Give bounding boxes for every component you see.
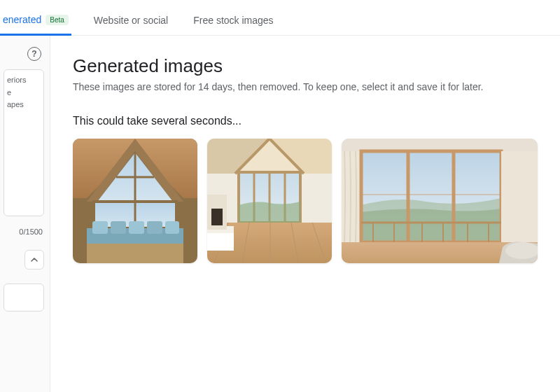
chevron-up-icon: [30, 255, 38, 264]
tab-stock-images[interactable]: Free stock images: [190, 9, 276, 34]
svg-rect-45: [501, 151, 538, 242]
page-title: Generated images: [73, 55, 538, 77]
prompt-textarea[interactable]: eriors e apes: [4, 69, 44, 216]
svg-point-47: [505, 242, 538, 259]
collapse-button[interactable]: [24, 250, 44, 270]
svg-rect-12: [165, 221, 179, 234]
tab-website-social[interactable]: Website or social: [91, 9, 171, 34]
sidebar: ? eriors e apes 0/1500: [0, 36, 50, 392]
svg-rect-11: [147, 221, 162, 234]
tab-generated-label: enerated: [3, 14, 41, 25]
generated-image-grid: [73, 139, 538, 263]
svg-rect-29: [211, 209, 223, 225]
page-subtitle: These images are stored for 14 days, the…: [73, 81, 538, 92]
generated-image-1[interactable]: [73, 139, 197, 263]
svg-rect-8: [92, 221, 108, 234]
svg-rect-10: [129, 221, 144, 234]
svg-rect-7: [87, 244, 183, 263]
main-content: Generated images These images are stored…: [50, 36, 560, 392]
tabs-bar: enerated Beta Website or social Free sto…: [0, 0, 560, 36]
svg-rect-9: [111, 221, 126, 234]
tab-generated[interactable]: enerated Beta: [0, 8, 71, 36]
tab-website-label: Website or social: [94, 15, 168, 26]
beta-badge: Beta: [46, 15, 69, 25]
tab-stock-label: Free stock images: [193, 15, 273, 26]
generated-image-2[interactable]: [207, 139, 332, 263]
svg-rect-31: [342, 139, 538, 151]
loading-status: This could take several seconds...: [73, 115, 538, 127]
help-icon[interactable]: ?: [27, 47, 41, 61]
char-count: 0/1500: [19, 227, 43, 236]
generated-image-3[interactable]: [342, 139, 538, 263]
prompt-text-fragment: eriors e apes: [7, 76, 27, 108]
collapsed-panel[interactable]: [4, 284, 44, 312]
